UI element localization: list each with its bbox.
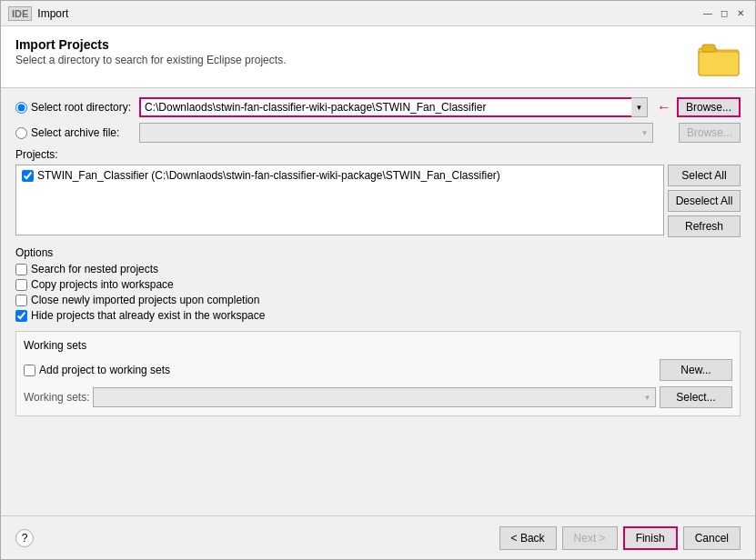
projects-buttons: Select All Deselect All Refresh: [668, 165, 741, 237]
root-directory-radio[interactable]: [15, 102, 27, 114]
back-button[interactable]: < Back: [499, 526, 557, 550]
window-title: Import: [37, 7, 68, 20]
nested-projects-checkbox[interactable]: [15, 264, 27, 275]
cancel-button[interactable]: Cancel: [683, 526, 741, 550]
refresh-button[interactable]: Refresh: [668, 215, 741, 237]
project-name: STWIN_Fan_Classifier (C:\Downlaods\stwin…: [37, 169, 500, 182]
title-bar-controls: — ◻ ✕: [701, 6, 748, 21]
window-icon: IDE: [8, 6, 32, 21]
option-copy-projects: Copy projects into workspace: [15, 278, 741, 291]
archive-file-input: [139, 123, 653, 143]
title-bar-left: IDE Import: [8, 6, 68, 21]
finish-button[interactable]: Finish: [623, 526, 678, 550]
add-to-working-sets-label: Add project to working sets: [39, 364, 170, 376]
nested-projects-label: Search for nested projects: [31, 263, 158, 275]
archive-file-path-wrapper: ▼: [139, 123, 653, 143]
projects-area: STWIN_Fan_Classifier (C:\Downlaods\stwin…: [15, 165, 741, 237]
archive-file-browse-button: Browse...: [679, 123, 741, 143]
root-directory-radio-label[interactable]: Select root directory:: [15, 101, 134, 114]
copy-projects-checkbox[interactable]: [15, 279, 27, 291]
root-directory-input[interactable]: [139, 97, 648, 117]
projects-label: Projects:: [15, 148, 741, 161]
new-working-set-button[interactable]: New...: [660, 359, 732, 381]
title-bar: IDE Import — ◻ ✕: [1, 1, 755, 26]
root-directory-row: Select root directory: ▼ ← Browse...: [15, 97, 741, 117]
next-button[interactable]: Next >: [562, 526, 618, 550]
archive-file-row: Select archive file: ▼ Browse...: [15, 123, 741, 143]
working-sets-label: Working sets: [24, 339, 732, 352]
deselect-all-button[interactable]: Deselect All: [668, 190, 741, 212]
working-sets-section: Working sets Add project to working sets…: [15, 331, 741, 416]
svg-rect-3: [702, 45, 715, 52]
close-imported-label: Close newly imported projects upon compl…: [31, 294, 259, 306]
header-section: Import Projects Select a directory to se…: [1, 26, 755, 87]
hide-existing-checkbox[interactable]: [15, 310, 27, 322]
restore-button[interactable]: ◻: [717, 6, 731, 21]
help-button[interactable]: ?: [15, 529, 34, 547]
working-sets-input-label: Working sets:: [24, 391, 89, 404]
select-all-button[interactable]: Select All: [668, 165, 741, 186]
project-checkbox[interactable]: [22, 170, 34, 182]
copy-projects-label: Copy projects into workspace: [31, 278, 174, 291]
table-row: STWIN_Fan_Classifier (C:\Downlaods\stwin…: [18, 167, 661, 184]
select-working-set-button[interactable]: Select...: [660, 386, 732, 408]
page-title: Import Projects: [15, 37, 286, 52]
import-dialog: IDE Import — ◻ ✕ Import Projects Select …: [0, 0, 756, 560]
archive-file-label: Select archive file:: [31, 126, 119, 139]
root-directory-label: Select root directory:: [31, 101, 131, 114]
options-section: Options Search for nested projects Copy …: [15, 246, 741, 322]
archive-file-radio-label[interactable]: Select archive file:: [15, 126, 134, 139]
projects-list[interactable]: STWIN_Fan_Classifier (C:\Downlaods\stwin…: [15, 165, 664, 235]
options-label: Options: [15, 246, 741, 259]
minimize-button[interactable]: —: [701, 6, 715, 21]
option-hide-existing: Hide projects that already exist in the …: [15, 309, 741, 322]
header-text: Import Projects Select a directory to se…: [15, 37, 286, 66]
working-sets-add-row: Add project to working sets New...: [24, 359, 732, 381]
add-to-working-sets-checkbox[interactable]: [24, 365, 35, 376]
close-imported-checkbox[interactable]: [15, 295, 27, 306]
root-directory-browse-button[interactable]: Browse...: [677, 97, 741, 117]
archive-file-combo-arrow: ▼: [637, 123, 653, 143]
root-directory-path-wrapper: ▼: [139, 97, 648, 117]
working-sets-combo-wrapper: ▼: [93, 387, 656, 407]
footer: ? < Back Next > Finish Cancel: [1, 515, 755, 559]
arrow-indicator: ←: [657, 99, 671, 115]
option-close-imported: Close newly imported projects upon compl…: [15, 294, 741, 306]
option-nested-projects: Search for nested projects: [15, 263, 741, 275]
folder-icon: [697, 37, 741, 80]
working-sets-combo-arrow: ▼: [640, 387, 656, 407]
projects-section: Projects: STWIN_Fan_Classifier (C:\Downl…: [15, 148, 741, 237]
working-sets-input-row: Working sets: ▼ Select...: [24, 386, 732, 408]
svg-rect-2: [699, 52, 739, 75]
hide-existing-label: Hide projects that already exist in the …: [31, 309, 265, 322]
main-content: Select root directory: ▼ ← Browse... Sel…: [1, 88, 755, 515]
close-button[interactable]: ✕: [733, 6, 748, 21]
page-subtitle: Select a directory to search for existin…: [15, 54, 286, 66]
working-sets-input: [93, 387, 656, 407]
archive-file-radio[interactable]: [15, 127, 27, 139]
root-directory-combo-arrow[interactable]: ▼: [631, 97, 648, 117]
